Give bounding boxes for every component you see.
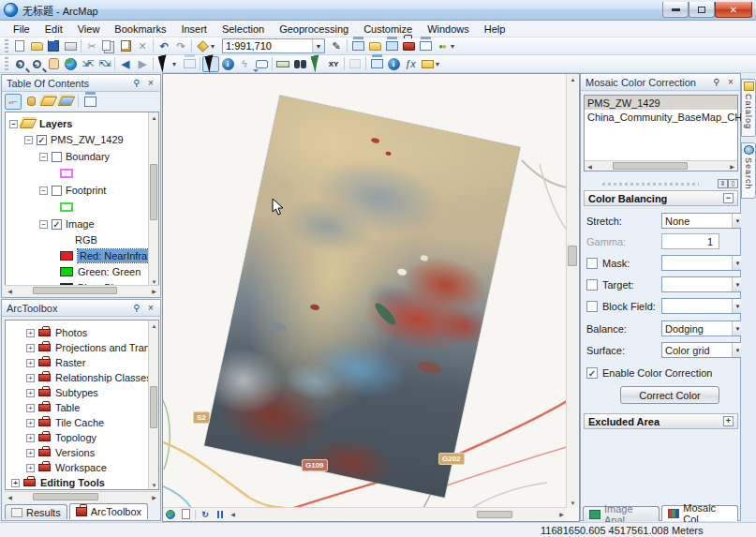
tab-search[interactable]: Search [741, 142, 756, 199]
mask-checkbox[interactable] [586, 258, 598, 269]
expand-section-icon[interactable]: + [723, 416, 734, 426]
modelbuilder-icon[interactable]: ●● [434, 38, 451, 54]
enable-color-correction-checkbox[interactable]: ✓ [586, 367, 598, 379]
collapse-icon[interactable]: − [24, 136, 33, 144]
tab-image-analysis[interactable]: Image Anal... [583, 506, 660, 521]
sublayer-label[interactable]: Boundary [66, 151, 110, 162]
toolbar-overflow-icon[interactable]: ▾ [436, 60, 444, 68]
scroll-right-icon[interactable]: ▶ [556, 509, 567, 519]
splitter-layout-icon[interactable]: ▯ [728, 179, 738, 188]
scrollbar-thumb[interactable] [613, 162, 688, 170]
rgb-composite-row[interactable]: RGB [75, 232, 97, 247]
list-by-visibility-icon[interactable] [40, 94, 57, 110]
toc-sublayer-footprint[interactable]: − Footprint [39, 183, 106, 198]
toolbox-label[interactable]: Photos [55, 327, 87, 338]
close-icon[interactable]: × [144, 77, 157, 89]
green-band-row[interactable]: Green: Green [60, 264, 141, 279]
editor-toolbar-icon[interactable]: ✎ [328, 38, 345, 54]
toc-sublayer-image[interactable]: − ✓ Image [39, 216, 95, 231]
boundary-symbol-swatch[interactable] [60, 169, 73, 178]
excluded-area-header[interactable]: Excluded Area + [584, 413, 738, 429]
toolbar-grip[interactable] [5, 57, 8, 70]
zoom-out-icon[interactable]: − [28, 56, 45, 72]
toolbox-label[interactable]: Projections and Transfo [55, 342, 159, 353]
scroll-right-icon[interactable]: ▶ [149, 286, 159, 296]
delete-icon[interactable]: ✕ [134, 38, 151, 54]
toc-horizontal-scrollbar[interactable]: ◀ ▶ [5, 285, 159, 295]
red-band-swatch[interactable] [60, 251, 73, 261]
image-analysis-envelope-icon[interactable] [419, 56, 436, 72]
map-scale-input[interactable] [223, 40, 312, 52]
cut-icon[interactable]: ✂ [83, 38, 100, 54]
copy-icon[interactable] [100, 38, 117, 54]
toc-vertical-scrollbar[interactable]: ▲ ▼ [148, 112, 158, 287]
hyperlink-lightning-icon[interactable]: ϟ [236, 56, 253, 72]
add-data-icon[interactable] [194, 38, 211, 54]
toolbar-overflow-icon[interactable]: ▾ [451, 42, 459, 51]
toolbox-item[interactable]: +Versions [26, 445, 95, 460]
expand-icon[interactable]: + [26, 404, 35, 412]
collapse-icon[interactable]: − [39, 153, 48, 161]
image-information-icon[interactable]: i [385, 56, 402, 72]
collapse-section-icon[interactable]: − [723, 193, 734, 203]
select-features-dropdown-icon[interactable]: ▾ [172, 60, 181, 68]
select-features-icon[interactable] [156, 56, 172, 72]
toc-layers-root[interactable]: − Layers [9, 116, 72, 131]
scroll-left-icon[interactable]: ◀ [5, 286, 15, 296]
green-band-label[interactable]: Green: Green [78, 266, 141, 277]
toolbox-item[interactable]: +Table [26, 400, 80, 415]
scroll-right-icon[interactable]: ▶ [149, 492, 159, 502]
collapse-icon[interactable]: − [9, 120, 18, 128]
paste-icon[interactable] [117, 38, 134, 54]
pin-icon[interactable]: ⚲ [710, 76, 723, 88]
close-icon[interactable]: × [724, 76, 737, 88]
data-view-icon[interactable] [163, 508, 178, 520]
redo-icon[interactable]: ↷ [172, 38, 189, 54]
toolbox-label[interactable]: Subtypes [55, 387, 98, 398]
refresh-view-icon[interactable]: ↻ [198, 508, 213, 520]
arctoolbox-window-icon[interactable] [400, 38, 417, 54]
layer-checkbox-checked[interactable]: ✓ [37, 135, 47, 145]
scrollbar-thumb[interactable] [33, 493, 98, 500]
scroll-down-icon[interactable]: ▼ [567, 498, 579, 508]
toolbar-grip[interactable] [5, 39, 8, 52]
go-to-xy-icon[interactable]: XY [325, 56, 342, 72]
fixed-zoom-out-icon[interactable]: ⇱⇲ [96, 56, 112, 72]
expand-icon[interactable]: + [26, 344, 35, 352]
scrollbar-thumb[interactable] [477, 511, 512, 518]
find-binoculars-icon[interactable] [291, 56, 308, 72]
correct-color-button[interactable]: Correct Color [620, 386, 719, 404]
arctoolbox-vertical-scrollbar[interactable]: ▲ ▼ [148, 321, 158, 490]
red-band-row[interactable]: Red: NearInfra [60, 248, 149, 263]
toolbox-item[interactable]: +Relationship Classes [26, 370, 152, 385]
menu-edit[interactable]: Edit [37, 22, 70, 37]
toolbox-label[interactable]: Tile Cache [55, 417, 104, 428]
toolbox-top-item[interactable]: +Editing Tools [11, 475, 105, 490]
collapse-icon[interactable]: − [39, 220, 48, 229]
function-editor-icon[interactable]: ƒx [402, 56, 419, 72]
select-elements-icon[interactable] [202, 56, 219, 72]
mosaic-layer-item[interactable]: China_Community_BaseMap_CHN [585, 110, 737, 124]
menu-view[interactable]: View [70, 22, 108, 37]
expand-icon[interactable]: + [26, 329, 35, 337]
color-balancing-header[interactable]: Color Balancing − [584, 190, 738, 206]
forward-extent-icon[interactable]: ▶ [134, 56, 151, 72]
toolbox-item[interactable]: +Projections and Transfo [26, 340, 159, 355]
identify-icon[interactable]: i [219, 56, 236, 72]
target-dropdown[interactable]: ▼ [661, 276, 744, 292]
full-extent-globe-icon[interactable] [62, 56, 79, 72]
clear-selection-icon[interactable] [181, 56, 198, 72]
sublayer-label[interactable]: Footprint [66, 185, 106, 196]
list-by-drawing-order-icon[interactable]: 🞄⌐ [5, 94, 22, 110]
expand-icon[interactable]: + [26, 389, 35, 397]
catalog-window-icon[interactable] [366, 38, 383, 54]
map-vertical-scrollbar[interactable]: ▲ ▼ [566, 74, 578, 508]
pan-hand-icon[interactable] [45, 56, 62, 72]
toolbox-label[interactable]: Workspace [55, 462, 107, 473]
surface-dropdown[interactable]: Color grid ▼ [661, 342, 744, 358]
html-popup-icon[interactable] [253, 56, 270, 72]
scroll-left-icon[interactable]: ◀ [228, 509, 238, 519]
scroll-right-icon[interactable]: ▶ [727, 161, 737, 172]
toolbox-label[interactable]: Relationship Classes [55, 372, 152, 383]
scroll-left-icon[interactable]: ◀ [585, 161, 595, 172]
